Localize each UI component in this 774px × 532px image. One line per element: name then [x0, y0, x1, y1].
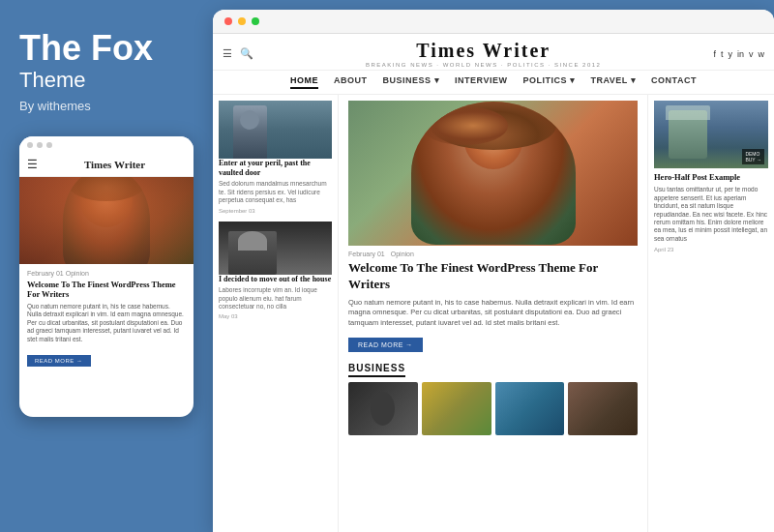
- mobile-article-body: Quo natum nemore putant in, his te case …: [27, 303, 186, 343]
- mobile-article-title: Welcome To The Finest WordPress Theme Fo…: [27, 280, 186, 299]
- mobile-site-title: Times Writer: [44, 159, 186, 170]
- site-header: ☰ 🔍 Times Writer BREAKING NEWS · WORLD N…: [213, 34, 774, 95]
- nav-business[interactable]: BUSINESS ▾: [383, 75, 440, 89]
- mobile-read-more-button[interactable]: READ MORE →: [27, 355, 91, 367]
- nav-travel[interactable]: TRAVEL ▾: [590, 75, 636, 89]
- site-main: Enter at your peril, past the vaulted do…: [213, 95, 774, 532]
- nav-interview[interactable]: INTERVIEW: [455, 75, 507, 89]
- mobile-hero-image: [19, 177, 194, 264]
- card1-title: Enter at your peril, past the vaulted do…: [219, 159, 332, 177]
- business-thumb-2: [422, 382, 491, 435]
- card2-body: Labores incorrupte vim an. Id ioque popu…: [219, 286, 332, 310]
- menu-icon[interactable]: ☰: [223, 47, 232, 60]
- youtube-icon[interactable]: y: [728, 49, 732, 59]
- demo-badge: DEMO BUY →: [742, 149, 764, 164]
- mobile-dot-1: [27, 142, 33, 148]
- hero-category: Opinion: [391, 251, 414, 257]
- card1-image: [219, 101, 332, 159]
- hero-date: February 01: [348, 251, 385, 257]
- business-thumb-4: [568, 382, 638, 435]
- mobile-dot-3: [46, 142, 52, 148]
- header-social-icons: f t y in v w: [713, 49, 764, 59]
- small-card-1: Enter at your peril, past the vaulted do…: [219, 101, 332, 214]
- nav-contact[interactable]: CONTACT: [651, 75, 697, 89]
- browser-dot-red: [224, 17, 232, 25]
- card2-image: [219, 222, 332, 275]
- nav-about[interactable]: ABOUT: [334, 75, 368, 89]
- nav-home[interactable]: HOME: [290, 75, 318, 89]
- hero-person-graphic: [348, 101, 638, 246]
- site-name-block: Times Writer BREAKING NEWS · WORLD NEWS …: [253, 40, 713, 68]
- twitter-icon[interactable]: t: [721, 49, 724, 59]
- facebook-icon[interactable]: f: [713, 49, 716, 59]
- header-left-icons: ☰ 🔍: [223, 47, 253, 60]
- vimeo-icon[interactable]: v: [749, 49, 754, 59]
- mobile-menu-icon: ☰: [27, 158, 38, 172]
- site-nav: HOME ABOUT BUSINESS ▾ INTERVIEW POLITICS…: [213, 70, 774, 94]
- card2-title: I decided to move out of the house: [219, 275, 332, 284]
- hero-title: Welcome To The Finest WordPress Theme Fo…: [348, 260, 638, 293]
- hero-meta: February 01 Opinion: [348, 251, 638, 257]
- web-icon[interactable]: w: [759, 49, 765, 59]
- business-thumb-3: [495, 382, 565, 435]
- business-section: BUSINESS: [348, 358, 638, 435]
- mobile-meta: February 01 Opinion: [27, 270, 186, 277]
- site-header-top: ☰ 🔍 Times Writer BREAKING NEWS · WORLD N…: [213, 34, 774, 70]
- browser-dot-green: [252, 17, 259, 25]
- hero-body: Quo natum nemore putant in, his to case …: [348, 298, 638, 329]
- col-center: February 01 Opinion Welcome To The Fines…: [339, 95, 648, 532]
- right-article-date: April 23: [654, 247, 768, 252]
- col-right: DEMO BUY → Hero-Half Post Example Usu ta…: [648, 95, 774, 532]
- business-section-label: BUSINESS: [348, 363, 405, 377]
- site-tagline: BREAKING NEWS · WORLD NEWS · POLITICS · …: [253, 62, 713, 68]
- right-hero-image: DEMO BUY →: [654, 101, 768, 168]
- left-panel: The Fox Theme By withemes ☰ Times Writer…: [0, 0, 213, 532]
- site-title: Times Writer: [253, 40, 713, 62]
- mobile-dots: [19, 136, 194, 154]
- instagram-icon[interactable]: in: [737, 49, 744, 59]
- hero-image: [348, 101, 638, 246]
- hero-card: February 01 Opinion Welcome To The Fines…: [348, 101, 638, 352]
- card2-date: May 03: [219, 313, 332, 319]
- col-left: Enter at your peril, past the vaulted do…: [213, 95, 339, 532]
- business-thumbnails: [348, 382, 638, 435]
- mobile-dot-2: [37, 142, 43, 148]
- right-article-body: Usu tantas omittantur ut, per te modo ap…: [654, 186, 768, 243]
- theme-name: The Fox Theme: [19, 29, 194, 99]
- mobile-preview: ☰ Times Writer February 01 Opinion Welco…: [19, 136, 194, 417]
- hero-read-more-button[interactable]: READ MORE →: [348, 338, 423, 352]
- mobile-nav: ☰ Times Writer: [19, 154, 194, 177]
- desktop-preview: ☰ 🔍 Times Writer BREAKING NEWS · WORLD N…: [213, 10, 774, 532]
- mobile-content: February 01 Opinion Welcome To The Fines…: [19, 264, 194, 417]
- search-icon[interactable]: 🔍: [240, 47, 253, 60]
- business-thumb-1: [348, 382, 418, 435]
- nav-politics[interactable]: POLITICS ▾: [522, 75, 575, 89]
- browser-chrome: [213, 10, 774, 34]
- browser-dot-yellow: [238, 17, 246, 25]
- card1-body: Sed dolorum mandalmus mnesarchum te. Sit…: [219, 180, 332, 204]
- small-card-2: I decided to move out of the house Labor…: [219, 222, 332, 320]
- mobile-person-graphic: [19, 177, 194, 264]
- by-text: By withemes: [19, 99, 194, 113]
- card1-date: September 03: [219, 208, 332, 214]
- right-article-title: Hero-Half Post Example: [654, 172, 768, 182]
